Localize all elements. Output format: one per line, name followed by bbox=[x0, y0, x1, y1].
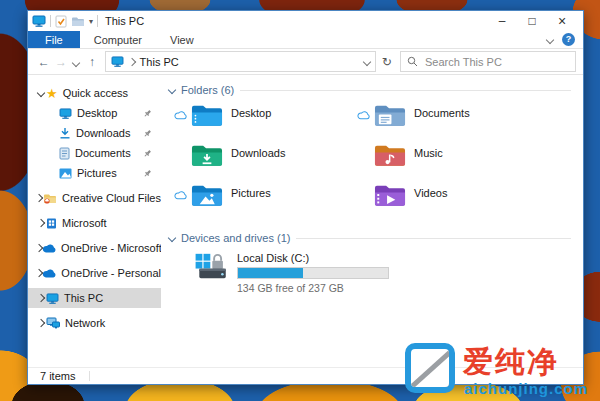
videos-folder-icon bbox=[374, 183, 406, 209]
collapse-group-icon[interactable] bbox=[168, 234, 176, 242]
folder-tile-pictures[interactable]: Pictures bbox=[169, 181, 352, 221]
folder-tile-documents[interactable]: Documents bbox=[352, 101, 535, 141]
address-bar[interactable]: This PC bbox=[105, 51, 376, 72]
window-controls: – □ × bbox=[487, 12, 583, 31]
sidebar-item-onedrive-microsoft[interactable]: OneDrive - Microsoft bbox=[28, 238, 161, 258]
sidebar-item-pictures[interactable]: Pictures bbox=[28, 163, 161, 183]
breadcrumb-chevron-icon[interactable] bbox=[127, 57, 135, 65]
maximize-button[interactable]: □ bbox=[517, 12, 547, 31]
drive-name: Local Disk (C:) bbox=[237, 252, 389, 264]
onedrive-cloud-icon bbox=[42, 244, 56, 253]
network-icon bbox=[46, 317, 60, 329]
pin-icon bbox=[143, 149, 152, 158]
refresh-button[interactable]: ↻ bbox=[376, 55, 398, 69]
sidebar-item-downloads[interactable]: Downloads bbox=[28, 123, 161, 143]
pictures-folder-icon bbox=[191, 183, 223, 209]
sidebar-item-microsoft[interactable]: Microsoft bbox=[28, 213, 161, 233]
up-button[interactable]: ↑ bbox=[83, 55, 100, 69]
file-explorer-window: ▾ This PC – □ × File Computer View ? ← →… bbox=[27, 10, 584, 385]
pin-icon bbox=[143, 109, 152, 118]
toolbar-separator bbox=[97, 15, 98, 27]
onedrive-status-icon bbox=[174, 111, 187, 120]
tab-view[interactable]: View bbox=[156, 31, 208, 48]
folder-tile-music[interactable]: Music bbox=[352, 141, 535, 181]
expand-chevron-icon[interactable] bbox=[37, 219, 45, 227]
onedrive-cloud-icon bbox=[42, 269, 56, 278]
search-icon bbox=[407, 56, 418, 67]
forward-button: → bbox=[52, 55, 69, 69]
tab-file[interactable]: File bbox=[28, 31, 80, 48]
items-count: 7 items bbox=[40, 370, 75, 382]
folder-tile-desktop[interactable]: Desktop bbox=[169, 101, 352, 141]
bitlocker-lock-icon bbox=[214, 255, 221, 261]
expand-ribbon-icon[interactable] bbox=[546, 35, 554, 43]
expand-chevron-icon[interactable] bbox=[37, 294, 45, 302]
pin-icon bbox=[143, 169, 152, 178]
drive-usage-fill bbox=[238, 268, 303, 278]
window-title: This PC bbox=[105, 15, 144, 27]
folder-tile-downloads[interactable]: Downloads bbox=[169, 141, 352, 181]
drive-tile-local-disk-c[interactable]: Local Disk (C:) 134 GB free of 237 GB bbox=[194, 251, 575, 294]
search-input[interactable] bbox=[423, 55, 569, 69]
expand-chevron-icon[interactable] bbox=[37, 319, 45, 327]
location-this-pc-icon bbox=[111, 56, 124, 67]
microsoft-icon bbox=[46, 217, 57, 229]
new-folder-icon[interactable] bbox=[71, 16, 85, 27]
watermark: 爱纯净 aichunjing.com bbox=[400, 340, 600, 401]
sidebar-item-network[interactable]: Network bbox=[28, 313, 161, 333]
help-icon[interactable]: ? bbox=[562, 33, 575, 46]
close-button[interactable]: × bbox=[547, 12, 577, 31]
onedrive-status-icon bbox=[357, 111, 370, 120]
documents-folder-icon bbox=[374, 103, 406, 129]
ribbon-tab-bar: File Computer View ? bbox=[28, 31, 583, 48]
breadcrumb-location[interactable]: This PC bbox=[140, 56, 179, 68]
drive-free-space: 134 GB free of 237 GB bbox=[237, 282, 389, 294]
recent-locations-icon[interactable] bbox=[70, 55, 84, 69]
sidebar-item-this-pc[interactable]: This PC bbox=[28, 288, 161, 308]
address-bar-row: ← → ↑ This PC ↻ bbox=[28, 48, 583, 75]
watermark-logo-icon bbox=[405, 343, 455, 393]
downloads-icon bbox=[59, 127, 71, 139]
group-header-devices[interactable]: Devices and drives (1) bbox=[169, 231, 575, 245]
onedrive-status-icon bbox=[174, 191, 187, 200]
sidebar-item-creative-cloud-files[interactable]: Creative Cloud Files bbox=[28, 188, 161, 208]
pictures-icon bbox=[59, 168, 72, 179]
folders-grid: Desktop bbox=[169, 101, 575, 221]
downloads-folder-icon bbox=[191, 143, 223, 169]
pin-icon bbox=[143, 129, 152, 138]
qat-dropdown-icon[interactable]: ▾ bbox=[89, 17, 93, 26]
properties-icon[interactable] bbox=[55, 15, 67, 28]
toolbar-separator bbox=[50, 15, 51, 27]
back-button[interactable]: ← bbox=[35, 55, 52, 69]
status-separator bbox=[89, 371, 90, 381]
minimize-button[interactable]: – bbox=[487, 12, 517, 31]
documents-icon bbox=[59, 147, 70, 160]
folder-tile-videos[interactable]: Videos bbox=[352, 181, 535, 221]
sidebar-item-onedrive-personal[interactable]: OneDrive - Personal bbox=[28, 263, 161, 283]
sidebar-item-documents[interactable]: Documents bbox=[28, 143, 161, 163]
collapse-chevron-icon[interactable] bbox=[37, 89, 45, 97]
title-bar[interactable]: ▾ This PC – □ × bbox=[28, 11, 583, 31]
this-pc-icon bbox=[46, 293, 59, 304]
watermark-brand: 爱纯净 bbox=[463, 342, 559, 383]
address-dropdown-icon[interactable] bbox=[362, 57, 370, 65]
search-box[interactable] bbox=[400, 51, 576, 72]
watermark-domain: aichunjing.com bbox=[464, 380, 588, 397]
items-view: Folders (6) bbox=[161, 75, 583, 367]
music-folder-icon bbox=[374, 143, 406, 169]
tab-computer[interactable]: Computer bbox=[80, 31, 156, 48]
quick-access-star-icon: ★ bbox=[46, 87, 58, 100]
navigation-pane: ★ Quick access Desktop bbox=[28, 75, 161, 367]
desktop-icon bbox=[59, 108, 72, 119]
local-disk-icon bbox=[194, 251, 230, 281]
quick-access-toolbar: ▾ This PC bbox=[28, 15, 144, 28]
sidebar-item-desktop[interactable]: Desktop bbox=[28, 103, 161, 123]
collapse-group-icon[interactable] bbox=[168, 86, 176, 94]
drive-usage-bar bbox=[237, 267, 389, 279]
this-pc-icon bbox=[32, 15, 46, 27]
sidebar-item-quick-access[interactable]: ★ Quick access bbox=[28, 83, 161, 103]
creative-cloud-folder-icon bbox=[43, 193, 57, 204]
desktop-folder-icon bbox=[191, 103, 223, 129]
group-header-folders[interactable]: Folders (6) bbox=[169, 83, 575, 97]
